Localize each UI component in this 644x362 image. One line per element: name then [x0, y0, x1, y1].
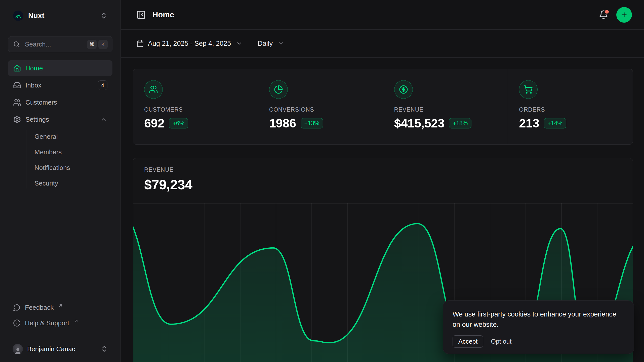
search-icon	[13, 40, 20, 48]
workspace-name: Nuxt	[28, 12, 44, 20]
header-actions	[599, 7, 632, 23]
sidebar-item-inbox[interactable]: Inbox 4	[8, 77, 112, 93]
stat-value: $415,523	[394, 116, 445, 130]
kbd-cmd: ⌘	[87, 40, 97, 49]
app-root: Nuxt Search... ⌘ K Home	[0, 0, 644, 362]
stat-label: ORDERS	[519, 106, 622, 113]
date-range-label: Aug 21, 2025 - Sep 4, 2025	[148, 40, 231, 48]
sidebar-item-home[interactable]: Home	[8, 60, 112, 76]
sidebar: Nuxt Search... ⌘ K Home	[0, 0, 121, 362]
user-name: Benjamin Canac	[27, 345, 75, 353]
sidebar-item-label: Inbox	[25, 81, 42, 89]
external-link-icon	[74, 317, 78, 325]
chevron-up-icon	[100, 116, 107, 123]
date-range-picker[interactable]: Aug 21, 2025 - Sep 4, 2025	[136, 40, 243, 48]
sidebar-divider	[0, 336, 120, 336]
shopping-cart-icon	[519, 80, 538, 99]
chevron-down-icon	[236, 40, 243, 47]
page-header: Home	[121, 0, 644, 30]
stat-card-customers: CUSTOMERS 692 +6%	[133, 69, 258, 144]
stat-card-orders: ORDERS 213 +14%	[508, 69, 633, 144]
opt-out-button[interactable]: Opt out	[487, 336, 515, 347]
chevrons-up-down-icon	[100, 12, 107, 19]
info-circle-icon	[13, 319, 21, 327]
message-bubble-icon	[13, 304, 21, 311]
stat-card-revenue: REVENUE $415,523 +18%	[383, 69, 508, 144]
sidebar-item-label: Help & Support	[25, 319, 69, 327]
pie-chart-icon	[269, 80, 288, 99]
sidebar-item-members[interactable]: Members	[26, 144, 112, 160]
stat-label: REVENUE	[394, 106, 497, 113]
user-menu[interactable]: Benjamin Canac	[8, 340, 112, 358]
sidebar-item-general[interactable]: General	[26, 129, 112, 144]
search-placeholder: Search...	[25, 40, 51, 48]
stat-delta-badge: +13%	[301, 118, 323, 128]
cookie-actions: Accept Opt out	[453, 335, 624, 348]
nuxt-logo-icon	[13, 11, 23, 21]
cookie-banner: We use first-party cookies to enhance yo…	[443, 300, 634, 354]
search-input[interactable]: Search... ⌘ K	[8, 36, 112, 52]
stat-value: 213	[519, 116, 539, 130]
stats-cards: CUSTOMERS 692 +6% CONVERSIONS 1986 +13%	[133, 69, 633, 145]
sidebar-item-settings[interactable]: Settings	[8, 112, 112, 127]
stat-label: CUSTOMERS	[144, 106, 247, 113]
workspace-switcher[interactable]: Nuxt	[8, 7, 112, 25]
granularity-select[interactable]: Daily	[258, 40, 284, 48]
chevrons-up-down-icon	[100, 345, 108, 353]
cookie-message: We use first-party cookies to enhance yo…	[453, 309, 624, 330]
sidebar-collapse-button[interactable]	[136, 10, 146, 20]
dollar-circle-icon	[394, 80, 413, 99]
users-icon	[13, 98, 21, 106]
search-kbd-shortcuts: ⌘ K	[87, 40, 108, 49]
calendar-icon	[136, 40, 144, 47]
granularity-label: Daily	[258, 40, 273, 48]
revenue-chart-total: $79,234	[144, 177, 622, 192]
add-button[interactable]	[616, 7, 632, 23]
inbox-count-badge: 4	[98, 80, 107, 90]
sidebar-item-security[interactable]: Security	[26, 175, 112, 191]
customers-stat-icon	[144, 80, 163, 99]
stat-value: 1986	[269, 116, 296, 130]
revenue-chart-header: REVENUE $79,234	[133, 158, 633, 203]
sidebar-item-label: Home	[25, 64, 43, 72]
stat-value: 692	[144, 116, 164, 130]
sidebar-item-label: Feedback	[25, 304, 54, 311]
notification-dot	[604, 9, 610, 14]
revenue-chart-label: REVENUE	[144, 166, 622, 173]
chevron-down-icon	[278, 40, 284, 47]
sidebar-spacer	[8, 193, 112, 300]
inbox-icon	[13, 81, 21, 89]
sidebar-item-help-support[interactable]: Help & Support	[8, 316, 112, 330]
gear-icon	[13, 115, 21, 123]
stat-label: CONVERSIONS	[269, 106, 372, 113]
stat-card-conversions: CONVERSIONS 1986 +13%	[258, 69, 383, 144]
sidebar-item-customers[interactable]: Customers	[8, 95, 112, 110]
home-icon	[13, 64, 21, 72]
sidebar-item-label: Customers	[25, 99, 57, 106]
kbd-k: K	[98, 40, 108, 49]
page-title: Home	[152, 10, 174, 19]
avatar	[13, 344, 23, 354]
accept-button[interactable]: Accept	[453, 335, 483, 348]
filters-toolbar: Aug 21, 2025 - Sep 4, 2025 Daily	[121, 30, 644, 58]
sidebar-item-label: Settings	[25, 116, 49, 123]
settings-submenu: General Members Notifications Security	[8, 129, 112, 191]
sidebar-item-notifications[interactable]: Notifications	[26, 160, 112, 175]
stat-delta-badge: +14%	[544, 118, 566, 128]
stat-delta-badge: +6%	[169, 118, 188, 128]
stat-delta-badge: +18%	[449, 118, 471, 128]
sidebar-item-feedback[interactable]: Feedback	[8, 300, 112, 314]
external-link-icon	[58, 302, 63, 309]
sidebar-nav: Home Inbox 4 Customers Settings	[8, 60, 112, 193]
